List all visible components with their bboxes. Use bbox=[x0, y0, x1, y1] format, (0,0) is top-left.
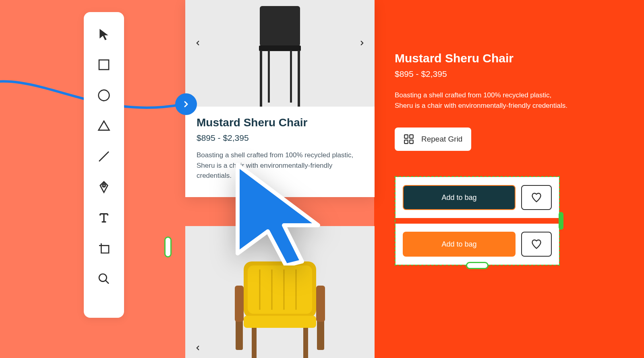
product-price: $895 - $2,395 bbox=[197, 133, 363, 143]
svg-point-3 bbox=[99, 274, 107, 282]
svg-rect-19 bbox=[235, 286, 244, 322]
prototype-connector-arrow-icon[interactable] bbox=[175, 93, 197, 115]
product-image-area bbox=[185, 0, 375, 107]
svg-line-4 bbox=[106, 280, 109, 284]
carousel-next-icon[interactable] bbox=[358, 39, 366, 49]
favorite-button[interactable] bbox=[521, 185, 552, 210]
svg-rect-6 bbox=[259, 45, 301, 51]
detail-title: Mustard Sheru Chair bbox=[395, 51, 568, 65]
detail-description: Boasting a shell crafted from 100% recyc… bbox=[395, 90, 568, 111]
repeat-grid-left-handle[interactable] bbox=[164, 237, 172, 257]
repeat-grid-bottom-handle[interactable] bbox=[466, 262, 489, 269]
zoom-tool-icon[interactable] bbox=[97, 272, 111, 286]
repeat-grid-selection[interactable]: Add to bag Add to bag bbox=[395, 176, 560, 265]
svg-rect-27 bbox=[410, 140, 413, 144]
chair-dark-image bbox=[232, 6, 328, 107]
repeat-grid-right-handle[interactable] bbox=[559, 212, 563, 230]
repeat-grid-button[interactable]: Repeat Grid bbox=[395, 128, 471, 151]
svg-rect-7 bbox=[260, 50, 262, 107]
svg-rect-24 bbox=[404, 135, 408, 138]
polygon-tool-icon[interactable] bbox=[97, 119, 111, 133]
detail-price: $895 - $2,395 bbox=[395, 69, 568, 79]
svg-rect-26 bbox=[404, 140, 408, 144]
svg-rect-20 bbox=[316, 286, 325, 322]
heart-icon bbox=[531, 192, 542, 203]
svg-rect-5 bbox=[260, 6, 300, 46]
chair-yellow-image bbox=[219, 257, 340, 358]
carousel-prev-icon[interactable] bbox=[194, 344, 201, 354]
svg-line-2 bbox=[99, 152, 109, 161]
svg-rect-8 bbox=[298, 50, 300, 107]
svg-rect-0 bbox=[99, 60, 109, 70]
large-cursor-icon bbox=[226, 161, 330, 265]
select-tool-icon[interactable] bbox=[97, 27, 111, 41]
grid-row: Add to bag bbox=[396, 224, 559, 265]
artboard-tool-icon[interactable] bbox=[97, 241, 111, 255]
repeat-grid-label: Repeat Grid bbox=[421, 135, 462, 144]
text-tool-icon[interactable] bbox=[97, 211, 111, 224]
pen-tool-icon[interactable] bbox=[97, 180, 111, 194]
svg-point-1 bbox=[99, 90, 110, 101]
svg-rect-23 bbox=[244, 316, 316, 328]
grid-icon bbox=[404, 134, 414, 144]
add-to-bag-button-orange[interactable]: Add to bag bbox=[403, 232, 516, 257]
add-to-bag-button-dark[interactable]: Add to bag bbox=[403, 185, 516, 210]
svg-rect-9 bbox=[268, 50, 270, 103]
product-title: Mustard Sheru Chair bbox=[197, 116, 363, 129]
line-tool-icon[interactable] bbox=[97, 150, 111, 163]
svg-rect-25 bbox=[410, 135, 413, 138]
rectangle-tool-icon[interactable] bbox=[97, 58, 111, 72]
carousel-prev-icon[interactable] bbox=[194, 39, 201, 49]
ellipse-tool-icon[interactable] bbox=[97, 88, 111, 102]
grid-row: Add to bag bbox=[396, 177, 559, 218]
heart-icon bbox=[531, 239, 542, 250]
tools-toolbar bbox=[84, 12, 124, 318]
svg-rect-12 bbox=[248, 265, 312, 314]
favorite-button[interactable] bbox=[521, 232, 552, 257]
product-detail-panel: Mustard Sheru Chair $895 - $2,395 Boasti… bbox=[395, 51, 568, 159]
svg-rect-10 bbox=[290, 50, 292, 103]
